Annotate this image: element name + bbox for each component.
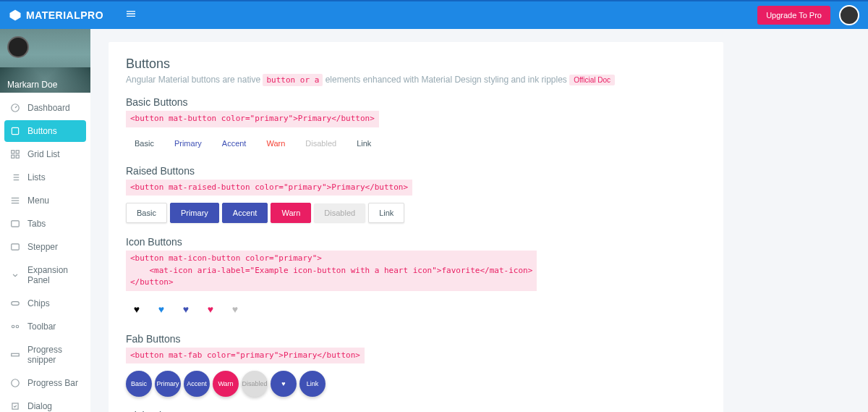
menu-icon [10,196,20,206]
sidebar-item-progress-bar[interactable]: Progress Bar [4,372,86,394]
logo-icon [9,9,22,22]
page-subtitle: Angular Material buttons are native butt… [126,75,706,85]
heart-icon: ♥ [183,303,189,315]
profile-card: Markarn Doe [0,29,90,93]
section-title: Fab Buttons [126,333,706,345]
svg-rect-13 [12,244,20,250]
user-avatar-icon[interactable] [839,5,859,25]
sidebar-item-buttons[interactable]: Buttons [4,120,86,142]
svg-rect-3 [16,151,19,154]
section-title: Basic Buttons [126,96,706,108]
primary-raised-button[interactable]: Primary [170,203,219,223]
sidebar-item-label: Dialog [27,401,52,411]
section-icon-buttons: Icon Buttons <button mat-icon-button col… [126,236,706,320]
fab-link[interactable]: Link [299,371,326,397]
fab-accent[interactable]: Accent [184,371,210,397]
primary-button[interactable]: Primary [166,135,210,152]
profile-name: Markarn Doe [7,80,83,90]
icon-button-accent[interactable]: ♥ [175,298,197,320]
fab-warn[interactable]: Warn [213,371,239,397]
icon-button-disabled: ♥ [224,298,246,320]
sidebar-item-menu[interactable]: Menu [4,190,86,211]
svg-rect-5 [16,155,19,158]
heart-icon: ♥ [158,303,164,315]
brand-logo[interactable]: MATERIALPRO [9,9,103,22]
svg-rect-4 [12,155,14,158]
svg-rect-12 [12,221,20,227]
basic-raised-button[interactable]: Basic [126,203,167,223]
icon-button-basic[interactable]: ♥ [126,298,148,320]
fab-primary[interactable]: Primary [155,371,181,397]
nav-list: Dashboard Buttons Grid List Lists Menu T… [0,93,90,412]
sidebar-item-lists[interactable]: Lists [4,167,86,188]
sidebar-item-toolbar[interactable]: Toolbar [4,316,86,337]
sidebar-item-label: Chips [27,298,50,308]
svg-point-16 [16,325,19,328]
topbar: MATERIALPRO Upgrade To Pro [0,0,868,29]
hamburger-icon[interactable] [125,8,137,22]
sidebar-item-label: Menu [27,196,49,206]
code-block: <button mat-button color="primary">Prima… [126,111,379,127]
fab-disabled: Disabled [242,371,268,397]
section-fab-buttons: Fab Buttons <button mat-fab color="prima… [126,333,706,398]
sidebar-item-chips[interactable]: Chips [4,293,86,314]
fab-heart[interactable]: ♥ [271,371,297,397]
main-content: Buttons Angular Material buttons are nat… [90,29,868,412]
heart-icon: ♥ [208,303,213,315]
dialog-icon [10,401,20,411]
sidebar-item-label: Lists [27,172,46,182]
heart-icon: ♥ [281,380,285,387]
sidebar-item-label: Expansion Panel [27,265,80,285]
stepper-icon [10,242,20,252]
basic-button[interactable]: Basic [126,135,163,152]
svg-rect-17 [12,353,20,356]
code-inline: button or a [263,74,323,86]
brand-text: MATERIALPRO [26,9,103,21]
section-title: Icon Buttons [126,236,706,248]
warn-button[interactable]: Warn [258,135,294,152]
sidebar-item-expansion[interactable]: Expansion Panel [4,259,86,291]
heart-icon: ♥ [134,303,140,315]
warn-raised-button[interactable]: Warn [271,203,311,223]
profile-avatar-icon[interactable] [7,36,29,58]
section-basic-buttons: Basic Buttons <button mat-button color="… [126,96,706,152]
icon-button-warn[interactable]: ♥ [200,298,221,320]
svg-rect-1 [12,127,18,134]
list-icon [10,172,20,182]
sidebar-item-progress-snipper[interactable]: Progress snipper [4,339,86,371]
sidebar-item-stepper[interactable]: Stepper [4,236,86,258]
folder-icon [10,219,20,229]
link-button[interactable]: Link [348,135,380,152]
page-title: Buttons [126,56,706,72]
content-card: Buttons Angular Material buttons are nat… [109,42,723,412]
upgrade-button[interactable]: Upgrade To Pro [757,6,830,25]
sidebar-item-label: Dashboard [27,103,70,113]
disabled-button: Disabled [297,135,345,152]
accent-button[interactable]: Accent [213,135,255,152]
heart-icon: ♥ [232,303,238,315]
speedometer-icon [10,103,20,113]
progress-circle-icon [10,350,20,360]
sidebar-item-tabs[interactable]: Tabs [4,213,86,235]
sidebar-item-dialog[interactable]: Dialog [4,395,86,412]
code-block: <button mat-fab color="primary">Primary<… [126,348,365,364]
sidebar-item-dashboard[interactable]: Dashboard [4,97,86,119]
sidebar-item-label: Stepper [27,242,58,252]
official-doc-link[interactable]: Official Doc [569,75,615,85]
svg-point-15 [12,325,14,328]
sidebar-item-label: Progress Bar [27,378,78,388]
code-block: <button mat-icon-button color="primary">… [126,251,537,291]
disabled-raised-button: Disabled [314,203,365,222]
accent-raised-button[interactable]: Accent [222,203,268,223]
fab-basic[interactable]: Basic [126,371,152,397]
svg-rect-14 [12,302,20,306]
sidebar-item-gridlist[interactable]: Grid List [4,143,86,165]
checkbox-icon [10,126,20,136]
icon-button-primary[interactable]: ♥ [150,298,172,320]
sidebar-item-label: Tabs [27,219,46,229]
section-raised-buttons: Raised Buttons <button mat-raised-button… [126,165,706,224]
chip-icon [10,298,20,308]
svg-rect-2 [12,151,14,154]
sidebar-item-label: Toolbar [27,321,56,332]
link-raised-button[interactable]: Link [368,203,404,223]
